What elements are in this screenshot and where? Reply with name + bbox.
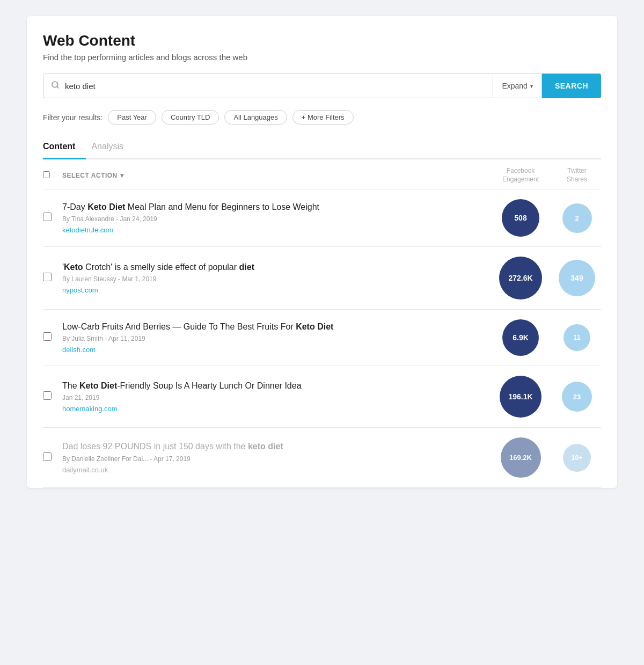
table-header: SELECT ACTION ▾ FacebookEngagement Twitt… — [43, 159, 601, 189]
row-content-4: The Keto Diet-Friendly Soup Is A Hearty … — [62, 380, 488, 413]
tw-circle-3: 11 — [553, 324, 601, 351]
row-meta-5: By Danielle Zoellner For Dai... - Apr 17… — [62, 455, 488, 463]
row-title-4: The Keto Diet-Friendly Soup Is A Hearty … — [62, 380, 488, 392]
header-checkbox — [43, 171, 62, 180]
fb-engagement-header: FacebookEngagement — [488, 167, 553, 184]
row-link-1[interactable]: ketodietrule.com — [62, 226, 113, 234]
row-content-1: 7-Day Keto Diet Meal Plan and Menu for B… — [62, 201, 488, 235]
action-header[interactable]: SELECT ACTION ▾ — [62, 172, 488, 179]
tabs: Content Analysis — [43, 136, 601, 159]
tw-value-3: 11 — [564, 324, 590, 351]
row-link-4[interactable]: homemaking.com — [62, 405, 118, 413]
filter-all-languages[interactable]: All Languages — [224, 110, 287, 125]
twitter-shares-header: TwitterShares — [553, 167, 601, 184]
tw-circle-1: 2 — [553, 203, 601, 233]
row-meta-4: Jan 21, 2019 — [62, 394, 488, 401]
fb-circle-4: 196.1K — [488, 376, 553, 418]
tw-circle-5: 10+ — [553, 444, 601, 472]
table-row: Dad loses 92 POUNDS in just 150 days wit… — [43, 428, 601, 488]
search-bar: Expand ▾ SEARCH — [43, 74, 601, 98]
expand-button[interactable]: Expand ▾ — [493, 74, 541, 98]
fb-value-3: 6.9K — [502, 319, 539, 356]
row-meta-1: By Tina Alexandre - Jan 24, 2019 — [62, 215, 488, 223]
row-link-2[interactable]: nypost.com — [62, 286, 98, 294]
svg-line-1 — [57, 86, 58, 88]
row-checkbox-2[interactable] — [43, 273, 62, 283]
row-content-2: 'Keto Crotch' is a smelly side effect of… — [62, 261, 488, 295]
fb-value-4: 196.1K — [500, 376, 541, 418]
filter-past-year[interactable]: Past Year — [108, 110, 156, 125]
row-meta-2: By Lauren Steussy - Mar 1, 2019 — [62, 275, 488, 283]
row-title-2: 'Keto Crotch' is a smelly side effect of… — [62, 261, 488, 273]
tw-value-4: 23 — [562, 382, 592, 412]
action-chevron-icon: ▾ — [120, 172, 124, 179]
page-subtitle: Find the top performing articles and blo… — [43, 53, 601, 62]
tab-content[interactable]: Content — [43, 136, 86, 159]
tw-circle-4: 23 — [553, 382, 601, 412]
table-row: Low-Carb Fruits And Berries — Guide To T… — [43, 310, 601, 366]
row-link-3[interactable]: delish.com — [62, 346, 96, 354]
table-row: 7-Day Keto Diet Meal Plan and Menu for B… — [43, 189, 601, 247]
search-input-wrap — [43, 74, 493, 98]
row-checkbox-5[interactable] — [43, 452, 62, 463]
table-row: The Keto Diet-Friendly Soup Is A Hearty … — [43, 366, 601, 428]
tw-value-5: 10+ — [563, 444, 591, 472]
fb-circle-3: 6.9K — [488, 319, 553, 356]
row-content-5: Dad loses 92 POUNDS in just 150 days wit… — [62, 441, 488, 474]
select-all-checkbox[interactable] — [43, 171, 50, 178]
tw-circle-2: 349 — [553, 260, 601, 296]
row-checkbox-1[interactable] — [43, 213, 62, 223]
search-button[interactable]: SEARCH — [542, 74, 601, 98]
row-title-1: 7-Day Keto Diet Meal Plan and Menu for B… — [62, 201, 488, 213]
row-meta-3: By Julia Smith - Apr 11, 2019 — [62, 335, 488, 342]
search-input[interactable] — [65, 82, 485, 91]
tw-value-2: 349 — [559, 260, 595, 296]
row-link-5[interactable]: dailymail.co.uk — [62, 466, 108, 474]
tw-value-1: 2 — [562, 203, 592, 233]
fb-value-5: 169.2K — [501, 437, 541, 478]
fb-circle-1: 508 — [488, 199, 553, 237]
table-row: 'Keto Crotch' is a smelly side effect of… — [43, 247, 601, 310]
results-table: SELECT ACTION ▾ FacebookEngagement Twitt… — [43, 159, 601, 488]
fb-value-2: 272.6K — [499, 257, 542, 299]
row-checkbox-3[interactable] — [43, 332, 62, 343]
page-title: Web Content — [43, 32, 601, 49]
row-title-5: Dad loses 92 POUNDS in just 150 days wit… — [62, 441, 488, 452]
filter-more-filters[interactable]: + More Filters — [292, 110, 354, 125]
fb-circle-2: 272.6K — [488, 257, 553, 299]
filter-label: Filter your results: — [43, 113, 103, 122]
filter-row: Filter your results: Past Year Country T… — [43, 110, 601, 125]
row-content-3: Low-Carb Fruits And Berries — Guide To T… — [62, 321, 488, 354]
row-title-3: Low-Carb Fruits And Berries — Guide To T… — [62, 321, 488, 333]
search-icon — [51, 81, 60, 91]
filter-country-tld[interactable]: Country TLD — [162, 110, 219, 125]
row-checkbox-4[interactable] — [43, 391, 62, 402]
tab-analysis[interactable]: Analysis — [91, 136, 134, 159]
fb-value-1: 508 — [502, 199, 539, 237]
chevron-down-icon: ▾ — [530, 83, 533, 89]
fb-circle-5: 169.2K — [488, 437, 553, 478]
